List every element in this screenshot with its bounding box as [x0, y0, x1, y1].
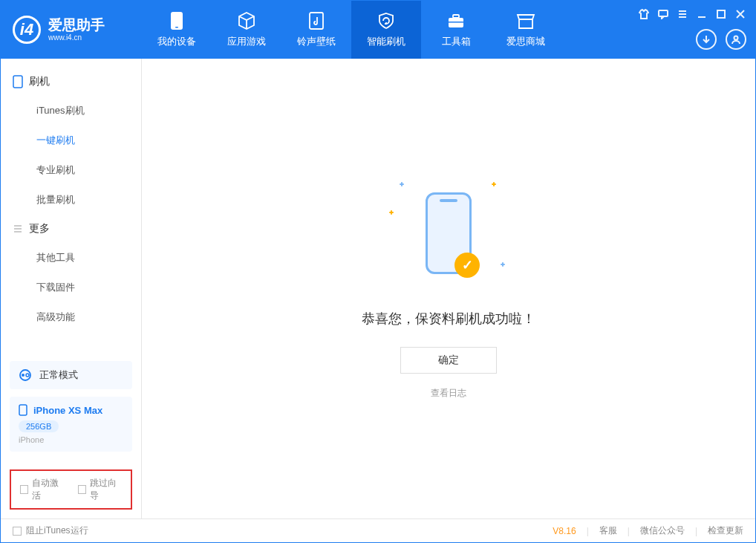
minimize-icon[interactable]: [696, 8, 708, 20]
header-actions: [696, 29, 746, 50]
close-icon[interactable]: [734, 8, 746, 20]
nav-tab-toolbox[interactable]: 工具箱: [421, 1, 491, 59]
sidebar-scroll: 刷机 iTunes刷机 一键刷机 专业刷机 批量刷机 更多 其他工具 下载固件 …: [1, 59, 141, 361]
device-name: iPhone XS Max: [33, 405, 102, 416]
checkbox-skip-guide[interactable]: 跳过向导: [78, 477, 123, 502]
device-type: iPhone: [19, 435, 123, 444]
sparkle-icon: [501, 262, 505, 267]
device-name-row: iPhone XS Max: [19, 404, 123, 416]
app-title: 爱思助手: [48, 18, 105, 33]
nav-tab-store[interactable]: 爱思商城: [491, 1, 561, 59]
sidebar-item-itunes-flash[interactable]: iTunes刷机: [1, 96, 141, 126]
checkmark-badge-icon: ✓: [454, 253, 480, 278]
nav-tab-ringtones[interactable]: 铃声壁纸: [281, 1, 351, 59]
sidebar-section-more: 更多: [1, 215, 141, 243]
svg-rect-6: [659, 10, 668, 16]
separator: |: [587, 526, 589, 536]
checkbox-label: 跳过向导: [90, 477, 122, 502]
device-panel: 正常模式 iPhone XS Max 256GB iPhone: [1, 361, 141, 461]
section-title: 刷机: [29, 75, 50, 88]
app-subtitle: www.i4.cn: [48, 33, 105, 42]
logo-icon: i4: [13, 16, 41, 44]
footer: 阻止iTunes运行 V8.16 | 客服 | 微信公众号 | 检查更新: [1, 518, 755, 542]
checkbox-icon: [20, 485, 28, 494]
checkbox-auto-activate[interactable]: 自动激活: [20, 477, 65, 502]
menu-icon[interactable]: [677, 8, 688, 20]
sparkle-icon: [400, 182, 404, 186]
svg-rect-1: [175, 27, 178, 28]
maximize-icon[interactable]: [715, 8, 727, 20]
cube-icon: [237, 11, 256, 30]
nav-tab-label: 智能刷机: [367, 35, 405, 48]
header: i4 爱思助手 www.i4.cn 我的设备 应用游戏 铃声壁纸 智能刷机: [1, 1, 755, 59]
nav-tab-apps[interactable]: 应用游戏: [212, 1, 281, 59]
svg-point-11: [22, 374, 25, 377]
phone-small-icon: [19, 404, 27, 416]
checkbox-icon: [78, 485, 86, 494]
view-log-link[interactable]: 查看日志: [431, 387, 466, 400]
footer-link-update[interactable]: 检查更新: [708, 524, 743, 537]
sidebar-section-flash: 刷机: [1, 68, 141, 96]
nav-tab-label: 我的设备: [157, 35, 196, 48]
checkbox-icon: [13, 527, 22, 536]
device-mode-label: 正常模式: [39, 368, 78, 382]
sidebar-item-other-tools[interactable]: 其他工具: [1, 243, 141, 273]
tshirt-icon[interactable]: [638, 8, 650, 20]
section-title: 更多: [29, 222, 50, 235]
music-file-icon: [307, 11, 326, 30]
window-controls: [638, 8, 746, 20]
list-icon: [13, 224, 23, 234]
device-mode-card[interactable]: 正常模式: [10, 361, 132, 389]
download-button[interactable]: [696, 29, 717, 50]
sidebar-item-download-firmware[interactable]: 下载固件: [1, 273, 141, 302]
device-icon: [167, 11, 186, 30]
feedback-icon[interactable]: [657, 8, 669, 20]
sidebar-item-pro-flash[interactable]: 专业刷机: [1, 155, 141, 185]
checkbox-label: 阻止iTunes运行: [26, 524, 88, 537]
main-content: ✓ 恭喜您，保资料刷机成功啦！ 确定 查看日志: [142, 59, 755, 518]
svg-rect-5: [449, 22, 463, 23]
nav-tab-label: 爱思商城: [506, 35, 545, 48]
device-info-card[interactable]: iPhone XS Max 256GB iPhone: [10, 397, 132, 452]
refresh-shield-icon: [377, 11, 396, 30]
toolbox-icon: [446, 11, 466, 30]
svg-rect-2: [310, 13, 323, 29]
mode-icon: [19, 368, 32, 382]
nav-tabs: 我的设备 应用游戏 铃声壁纸 智能刷机 工具箱 爱思商城: [142, 1, 561, 59]
logo-area: i4 爱思助手 www.i4.cn: [1, 16, 142, 44]
phone-illustration-icon: ✓: [426, 192, 472, 274]
checkbox-block-itunes[interactable]: 阻止iTunes运行: [13, 524, 88, 537]
sidebar-item-advanced[interactable]: 高级功能: [1, 302, 141, 332]
svg-point-8: [734, 36, 738, 40]
nav-tab-flash[interactable]: 智能刷机: [351, 1, 421, 59]
footer-link-support[interactable]: 客服: [599, 524, 617, 537]
flash-options-row: 自动激活 跳过向导: [10, 469, 132, 510]
svg-rect-9: [13, 76, 22, 88]
svg-rect-4: [453, 15, 459, 18]
logo-text: 爱思助手 www.i4.cn: [48, 18, 105, 42]
sidebar-item-batch-flash[interactable]: 批量刷机: [1, 185, 141, 215]
success-message: 恭喜您，保资料刷机成功啦！: [362, 310, 535, 328]
sidebar-item-oneclick-flash[interactable]: 一键刷机: [1, 126, 141, 155]
app-window: i4 爱思助手 www.i4.cn 我的设备 应用游戏 铃声壁纸 智能刷机: [0, 0, 756, 543]
sidebar: 刷机 iTunes刷机 一键刷机 专业刷机 批量刷机 更多 其他工具 下载固件 …: [1, 59, 142, 518]
nav-tab-label: 铃声壁纸: [297, 35, 336, 48]
separator: |: [628, 526, 630, 536]
account-button[interactable]: [726, 29, 746, 50]
svg-rect-7: [717, 10, 725, 18]
nav-tab-device[interactable]: 我的设备: [142, 1, 212, 59]
footer-link-wechat[interactable]: 微信公众号: [640, 524, 685, 537]
sparkle-icon: [389, 210, 394, 215]
ok-button[interactable]: 确定: [400, 347, 497, 374]
svg-point-12: [26, 374, 29, 377]
footer-right: V8.16 | 客服 | 微信公众号 | 检查更新: [553, 524, 743, 537]
body: 刷机 iTunes刷机 一键刷机 专业刷机 批量刷机 更多 其他工具 下载固件 …: [1, 59, 755, 518]
store-icon: [516, 11, 535, 30]
success-illustration: ✓: [382, 178, 515, 289]
device-capacity-badge: 256GB: [19, 420, 59, 432]
nav-tab-label: 应用游戏: [227, 35, 266, 48]
sparkle-icon: [492, 182, 496, 186]
checkbox-label: 自动激活: [32, 477, 64, 502]
phone-icon: [13, 75, 23, 88]
separator: |: [695, 526, 697, 536]
